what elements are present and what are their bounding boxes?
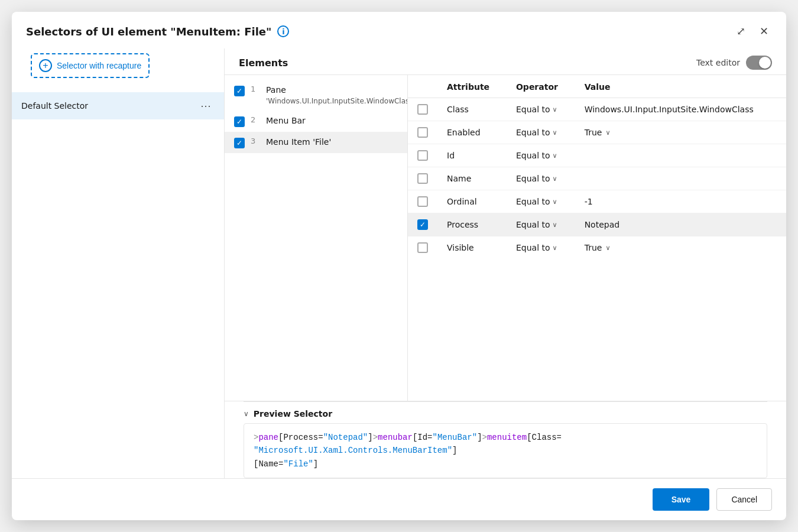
attr-col-attribute: Attribute — [437, 75, 507, 98]
attr-checkbox-0[interactable] — [417, 104, 428, 115]
info-icon[interactable]: i — [277, 25, 289, 37]
selector-item[interactable]: Default Selector ⋯ — [12, 92, 224, 119]
code-gt: > — [482, 431, 487, 444]
code-selector: menubar — [378, 431, 413, 444]
attr-checkbox-3[interactable] — [417, 173, 428, 184]
preview-header[interactable]: ∨ Preview Selector — [244, 409, 767, 419]
preview-title: Preview Selector — [254, 409, 332, 419]
attr-operator-5[interactable]: Equal to∨ — [507, 213, 575, 236]
element-checkbox-3[interactable]: ✓ — [234, 138, 245, 148]
attr-value-4: -1 — [575, 190, 786, 213]
preview-section: ∨ Preview Selector > pane[Process="Notep… — [244, 401, 767, 478]
code-bracket: [ — [278, 431, 283, 444]
attr-operator-4[interactable]: Equal to∨ — [507, 190, 575, 213]
elements-list: ✓ 1 Pane 'Windows.UI.Input.InputSite.Win… — [225, 75, 408, 401]
code-eq: = — [557, 431, 562, 444]
attr-operator-0[interactable]: Equal to∨ — [507, 98, 575, 121]
element-num-2: 2 — [251, 115, 260, 124]
attr-col-operator: Operator — [507, 75, 575, 98]
attr-checkbox-4[interactable] — [417, 196, 428, 207]
attr-row[interactable]: NameEqual to∨ — [408, 167, 786, 190]
attr-name-4: Ordinal — [437, 190, 507, 213]
code-bracket: ] — [313, 459, 318, 469]
attr-name-5: Process — [437, 213, 507, 236]
code-eq: = — [427, 431, 432, 444]
code-attr: Name — [258, 459, 278, 469]
attr-row[interactable]: IdEqual to∨ — [408, 144, 786, 167]
element-item[interactable]: ✓ 3 Menu Item 'File' — [225, 132, 407, 153]
elements-title: Elements — [239, 57, 288, 69]
plus-circle-icon: + — [39, 59, 52, 72]
attr-name-3: Name — [437, 167, 507, 190]
attr-checkbox-5[interactable]: ✓ — [417, 219, 428, 230]
attr-col-checkbox — [408, 75, 437, 98]
attr-checkbox-2[interactable] — [417, 150, 428, 161]
attr-row[interactable]: EnabledEqual to∨True∨ — [408, 121, 786, 144]
element-num-1: 1 — [251, 85, 260, 93]
selector-more-button[interactable]: ⋯ — [197, 98, 215, 113]
operator-chevron-icon: ∨ — [553, 129, 557, 137]
attr-operator-3[interactable]: Equal to∨ — [507, 167, 575, 190]
close-button[interactable]: ✕ — [756, 22, 772, 40]
code-bracket: ] — [368, 431, 372, 444]
checkmark-icon: ✓ — [236, 140, 242, 147]
expand-button[interactable]: ⤢ — [733, 22, 749, 40]
save-button[interactable]: Save — [653, 488, 710, 511]
code-selector: pane — [258, 431, 278, 444]
content-area: ✓ 1 Pane 'Windows.UI.Input.InputSite.Win… — [225, 74, 786, 401]
attr-name-2: Id — [437, 144, 507, 167]
cancel-button[interactable]: Cancel — [716, 488, 772, 511]
code-gt: > — [373, 431, 378, 444]
code-attr: Class — [532, 431, 557, 444]
element-item[interactable]: ✓ 1 Pane 'Windows.UI.Input.InputSite.Win… — [225, 80, 407, 111]
value-chevron-icon: ∨ — [605, 129, 610, 137]
attr-row[interactable]: ClassEqual to∨Windows.UI.Input.InputSite… — [408, 98, 786, 121]
element-item[interactable]: ✓ 2 Menu Bar — [225, 111, 407, 132]
attr-checkbox-6[interactable] — [417, 242, 428, 253]
attributes-table: Attribute Operator Value ClassEqual to∨W… — [408, 75, 786, 259]
operator-chevron-icon: ∨ — [553, 106, 557, 113]
code-bracket: ] — [452, 444, 457, 457]
attr-name-6: Visible — [437, 236, 507, 259]
operator-chevron-icon: ∨ — [553, 244, 557, 252]
element-info-3: Menu Item 'File' — [266, 137, 398, 148]
value-text: True — [585, 243, 602, 252]
attr-operator-2[interactable]: Equal to∨ — [507, 144, 575, 167]
attr-operator-1[interactable]: Equal to∨ — [507, 121, 575, 144]
attr-value-5: Notepad — [575, 213, 786, 236]
operator-label: Equal to — [516, 220, 550, 229]
left-panel: + Selector with recapture Default Select… — [12, 48, 225, 478]
element-info-2: Menu Bar — [266, 115, 398, 127]
checkmark-icon: ✓ — [236, 118, 242, 125]
attr-value-2 — [575, 144, 786, 167]
element-checkbox-1[interactable]: ✓ — [234, 86, 245, 96]
text-editor-toggle[interactable] — [746, 56, 772, 70]
code-val: "File" — [283, 459, 313, 469]
attr-checkbox-1[interactable] — [417, 127, 428, 138]
attr-row[interactable]: OrdinalEqual to∨-1 — [408, 190, 786, 213]
attr-value-0: Windows.UI.Input.InputSite.WindowClass — [575, 98, 786, 121]
code-val: "MenuBar" — [433, 431, 478, 444]
element-info-1: Pane 'Windows.UI.Input.InputSite.WindowC… — [266, 85, 408, 106]
dialog: Selectors of UI element "MenuItem: File"… — [12, 12, 786, 520]
code-val: "Microsoft.UI.Xaml.Controls.MenuBarItem" — [254, 444, 452, 457]
operator-label: Equal to — [516, 243, 550, 252]
operator-label: Equal to — [516, 197, 550, 206]
element-checkbox-2[interactable]: ✓ — [234, 116, 245, 127]
attr-row[interactable]: VisibleEqual to∨True∨ — [408, 236, 786, 259]
preview-chevron-icon: ∨ — [244, 410, 249, 418]
element-name-1: Pane — [266, 85, 408, 96]
selector-item-label: Default Selector — [21, 101, 88, 111]
checkmark-icon: ✓ — [236, 87, 242, 95]
dialog-close-buttons: ⤢ ✕ — [733, 22, 772, 40]
attr-value-1: True∨ — [575, 121, 786, 144]
operator-chevron-icon: ∨ — [553, 152, 557, 160]
attr-operator-6[interactable]: Equal to∨ — [507, 236, 575, 259]
add-selector-button[interactable]: + Selector with recapture — [31, 53, 150, 78]
operator-label: Equal to — [516, 151, 550, 160]
attr-name-0: Class — [437, 98, 507, 121]
attr-row[interactable]: ✓ProcessEqual to∨Notepad — [408, 213, 786, 236]
preview-code: > pane[Process="Notepad"] > menubar[Id="… — [244, 423, 767, 478]
code-eq: = — [318, 431, 323, 444]
operator-label: Equal to — [516, 128, 550, 137]
